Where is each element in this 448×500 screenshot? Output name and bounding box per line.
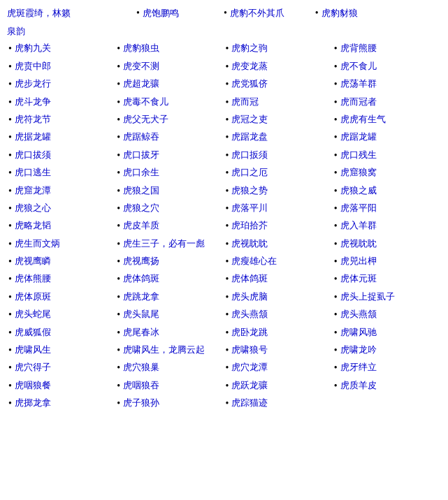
- link-12-1[interactable]: 虎视鹰扬: [123, 254, 159, 269]
- link-13-1[interactable]: 虎体鸽斑: [123, 272, 159, 286]
- link-15-0[interactable]: 虎头蛇尾: [15, 307, 51, 322]
- link-14-0[interactable]: 虎体原斑: [15, 290, 51, 304]
- link-19-3[interactable]: 虎质羊皮: [340, 378, 377, 393]
- link-16-0[interactable]: 虎威狐假: [15, 325, 51, 340]
- link-19-1[interactable]: 虎咽狼吞: [123, 378, 159, 393]
- link-16-1[interactable]: 虎尾春冰: [123, 325, 159, 340]
- link-18-2[interactable]: 虎穴龙潭: [231, 360, 268, 375]
- link-17-2[interactable]: 虎啸狼号: [231, 343, 268, 358]
- link-5-2[interactable]: 虎踞龙盘: [231, 130, 268, 145]
- bullet-15-3: •: [334, 307, 338, 323]
- link-16-2[interactable]: 虎卧龙跳: [231, 325, 268, 340]
- cell-8-2: •虎狼之势: [224, 183, 333, 200]
- cell-15-3: •虎头燕颔: [333, 307, 441, 323]
- link-13-2[interactable]: 虎体鸽斑: [231, 272, 268, 286]
- cell-2-3: •虎荡羊群: [333, 76, 441, 93]
- link-20-0[interactable]: 虎掷龙拿: [15, 396, 51, 411]
- link-1-3[interactable]: 虎不食儿: [340, 59, 377, 74]
- link-11-2[interactable]: 虎视眈眈: [231, 237, 268, 251]
- link-4-0[interactable]: 虎符龙节: [15, 112, 51, 127]
- link-1-2[interactable]: 虎变龙蒸: [231, 59, 268, 74]
- link-19-2[interactable]: 虎跃龙骧: [231, 378, 268, 393]
- link-0-3[interactable]: 虎背熊腰: [340, 41, 377, 56]
- link-16-3[interactable]: 虎啸风驰: [340, 325, 377, 340]
- link-7-2[interactable]: 虎口之厄: [231, 166, 268, 180]
- link-6-2[interactable]: 虎口扳须: [231, 148, 268, 163]
- link-15-3[interactable]: 虎头燕颔: [340, 307, 377, 322]
- link-0-0[interactable]: 虎豹九关: [15, 41, 51, 56]
- link-12-3[interactable]: 虎兕出柙: [340, 254, 377, 269]
- link-0-2[interactable]: 虎豹之驹: [231, 41, 268, 56]
- bullet-12-0: •: [8, 254, 12, 270]
- link-11-3[interactable]: 虎视眈眈: [340, 237, 377, 251]
- link-11-1[interactable]: 虎生三子，必有一彪: [123, 237, 205, 251]
- link-15-2[interactable]: 虎头燕颔: [231, 307, 268, 322]
- link-7-1[interactable]: 虎口余生: [123, 166, 159, 180]
- link-2-0[interactable]: 虎步龙行: [15, 77, 51, 91]
- link-17-3[interactable]: 虎啸龙吟: [340, 343, 377, 358]
- link-3-2[interactable]: 虎而冠: [231, 95, 259, 110]
- link-17-1[interactable]: 虎啸风生，龙腾云起: [123, 343, 205, 358]
- link-3-0[interactable]: 虎斗龙争: [15, 95, 51, 110]
- cell-14-2: •虎头虎脑: [224, 289, 333, 306]
- link-8-2[interactable]: 虎狼之势: [231, 184, 268, 198]
- bullet-0-1: •: [117, 41, 120, 57]
- link-10-2[interactable]: 虎珀拾芥: [231, 219, 268, 233]
- link-9-3[interactable]: 虎落平阳: [340, 201, 377, 216]
- link-7-0[interactable]: 虎口逃生: [15, 166, 51, 180]
- link-6-1[interactable]: 虎口拔牙: [123, 148, 159, 163]
- link-hubaobuwaiqizhua[interactable]: 虎豹不外其爪: [230, 6, 284, 21]
- link-18-1[interactable]: 虎穴狼巢: [123, 360, 159, 375]
- link-2-1[interactable]: 虎超龙骧: [123, 77, 159, 91]
- link-8-1[interactable]: 虎狼之国: [123, 184, 159, 198]
- link-14-3[interactable]: 虎头上捉虱子: [340, 290, 395, 304]
- link-4-1[interactable]: 虎父无犬子: [123, 112, 168, 127]
- link-6-3[interactable]: 虎口残生: [340, 148, 377, 163]
- link-5-0[interactable]: 虎据龙罐: [15, 130, 51, 145]
- link-12-0[interactable]: 虎视鹰瞵: [15, 254, 51, 269]
- row-8: •虎窟龙潭•虎狼之国•虎狼之势•虎狼之威: [7, 183, 441, 200]
- link-4-2[interactable]: 虎冠之吏: [231, 112, 268, 127]
- bullet-19-2: •: [226, 378, 229, 394]
- bullet-19-3: •: [334, 378, 338, 394]
- link-14-2[interactable]: 虎头虎脑: [231, 290, 268, 304]
- link-1-1[interactable]: 虎变不测: [123, 59, 159, 74]
- link-9-2[interactable]: 虎落平川: [231, 201, 268, 216]
- link-18-3[interactable]: 虎牙绊立: [340, 360, 377, 375]
- link-2-2[interactable]: 虎党狐侪: [231, 77, 268, 91]
- link-11-0[interactable]: 虎生而文炳: [15, 237, 60, 251]
- link-7-3[interactable]: 虎窟狼窝: [340, 166, 377, 180]
- link-13-0[interactable]: 虎体熊腰: [15, 272, 51, 286]
- cell-7-2: •虎口之厄: [224, 165, 333, 182]
- link-8-3[interactable]: 虎狼之威: [340, 184, 377, 198]
- link-20-1[interactable]: 虎子狼孙: [123, 396, 159, 411]
- link-10-0[interactable]: 虎略龙韬: [15, 219, 51, 233]
- link-13-3[interactable]: 虎体元斑: [340, 272, 377, 286]
- link-10-3[interactable]: 虎入羊群: [340, 219, 377, 233]
- link-1-0[interactable]: 虎贲中郎: [15, 59, 51, 74]
- link-5-3[interactable]: 虎踞龙罐: [340, 130, 377, 145]
- bullet-8-2: •: [226, 184, 229, 199]
- link-10-1[interactable]: 虎皮羊质: [123, 219, 159, 233]
- link-9-0[interactable]: 虎狼之心: [15, 201, 51, 216]
- link-3-3[interactable]: 虎而冠者: [340, 95, 377, 110]
- bullet-10-0: •: [8, 219, 12, 234]
- link-hubaobiaolang[interactable]: 虎豹豺狼: [321, 6, 358, 21]
- link-20-2[interactable]: 虎踪猫迹: [231, 396, 268, 411]
- link-6-0[interactable]: 虎口拔须: [15, 148, 51, 163]
- link-5-1[interactable]: 虎踞鲸吞: [123, 130, 159, 145]
- link-19-0[interactable]: 虎咽狼餐: [15, 378, 51, 393]
- link-0-1[interactable]: 虎豹狼虫: [123, 41, 159, 56]
- link-17-0[interactable]: 虎啸风生: [15, 343, 51, 358]
- bullet-11-2: •: [226, 237, 229, 252]
- link-15-1[interactable]: 虎头鼠尾: [123, 307, 159, 322]
- link-8-0[interactable]: 虎窟龙潭: [15, 184, 51, 198]
- link-3-1[interactable]: 虎毒不食儿: [123, 95, 168, 110]
- link-9-1[interactable]: 虎狼之穴: [123, 201, 159, 216]
- link-4-3[interactable]: 虎虎有生气: [340, 112, 386, 127]
- link-12-2[interactable]: 虎瘦雄心在: [231, 254, 277, 269]
- link-18-0[interactable]: 虎穴得子: [15, 360, 51, 375]
- link-14-1[interactable]: 虎跳龙拿: [123, 290, 159, 304]
- link-2-3[interactable]: 虎荡羊群: [340, 77, 377, 91]
- link-hupaopenming[interactable]: 虎饱鹏鸣: [143, 6, 179, 21]
